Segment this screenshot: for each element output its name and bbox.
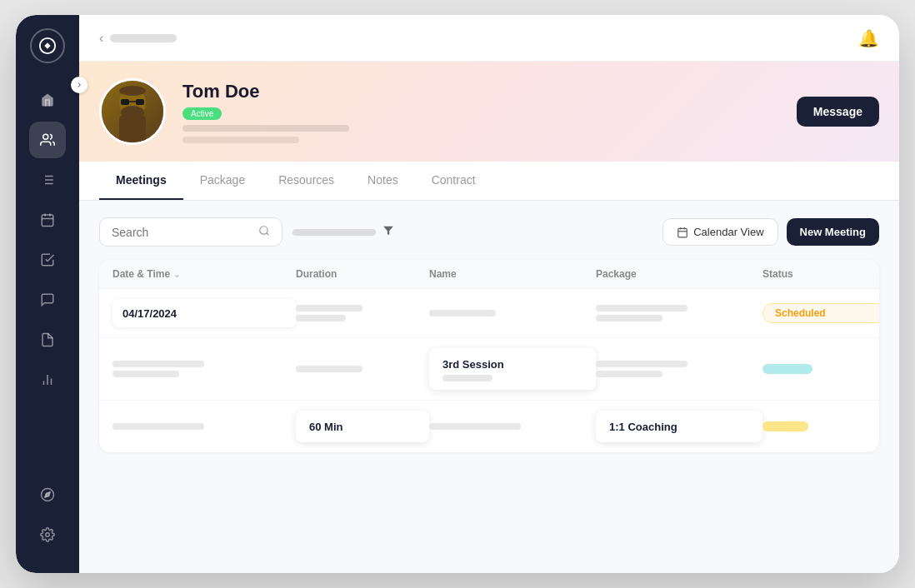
svg-rect-8 xyxy=(42,215,53,227)
message-button[interactable]: Message xyxy=(797,97,879,127)
filter-icon[interactable] xyxy=(382,225,394,240)
svg-rect-27 xyxy=(678,228,688,237)
cell-datetime-2 xyxy=(112,361,296,377)
tab-notes[interactable]: Notes xyxy=(351,162,415,200)
search-input[interactable] xyxy=(112,226,252,239)
profile-header: Tom Doe Active Message xyxy=(79,62,899,162)
profile-info: Tom Doe Active xyxy=(182,81,780,143)
package-value-3: 1:1 Coaching xyxy=(609,421,678,433)
svg-point-24 xyxy=(119,86,146,96)
package-placeholder-2b xyxy=(596,371,662,377)
package-placeholder-1b xyxy=(596,315,662,321)
status-badge-1: Scheduled xyxy=(762,303,879,323)
datetime-placeholder-2 xyxy=(112,361,204,367)
cell-status-3 xyxy=(762,421,879,431)
main-content: ‹ 🔔 xyxy=(79,15,899,573)
sidebar-item-calendar[interactable] xyxy=(29,202,66,238)
meetings-table: Date & Time ⌄ Duration Name Package Stat… xyxy=(99,260,879,452)
search-box[interactable] xyxy=(99,217,282,247)
th-status: Status xyxy=(762,268,879,280)
cell-name-3 xyxy=(429,423,596,430)
new-meeting-button[interactable]: New Meeting xyxy=(787,218,879,246)
topbar-left: ‹ xyxy=(99,31,177,46)
calendar-view-button[interactable]: Calendar View xyxy=(662,218,778,246)
package-placeholder-2 xyxy=(596,361,688,367)
cell-datetime-3 xyxy=(112,423,296,430)
sidebar-item-files[interactable] xyxy=(29,321,66,358)
profile-actions: Message xyxy=(797,97,879,127)
svg-rect-19 xyxy=(119,116,146,142)
notification-icon[interactable]: 🔔 xyxy=(858,28,879,48)
th-package: Package xyxy=(596,268,762,280)
cell-duration-1 xyxy=(296,305,429,321)
sidebar-item-reports[interactable] xyxy=(29,361,66,398)
tab-package[interactable]: Package xyxy=(183,162,262,200)
table-row: 60 Min 1:1 Coaching ⋮ xyxy=(99,401,879,452)
cell-datetime-1: 04/17/2024 xyxy=(112,299,296,327)
calendar-view-label: Calendar View xyxy=(693,226,763,238)
sort-icon-datetime[interactable]: ⌄ xyxy=(173,270,180,279)
duration-placeholder-2 xyxy=(296,366,362,372)
sidebar-toggle-button[interactable] xyxy=(71,77,88,93)
name-placeholder-3 xyxy=(429,423,521,430)
sidebar-logo[interactable] xyxy=(30,28,65,63)
sidebar-item-settings[interactable] xyxy=(29,516,66,553)
cell-package-2 xyxy=(596,361,762,377)
sidebar-item-sessions[interactable] xyxy=(29,162,66,198)
filter-line xyxy=(292,229,376,236)
topbar-right: 🔔 xyxy=(858,28,879,48)
tab-resources[interactable]: Resources xyxy=(262,162,351,200)
sidebar-item-home[interactable] xyxy=(29,82,66,118)
avatar-image xyxy=(102,81,163,142)
toolbar-right: Calendar View New Meeting xyxy=(662,218,879,246)
sidebar xyxy=(16,15,79,573)
sidebar-item-clients[interactable] xyxy=(29,122,66,158)
sidebar-item-messages[interactable] xyxy=(29,282,66,318)
table-row: 3rd Session ⋮ xyxy=(99,338,879,401)
back-button[interactable]: ‹ xyxy=(99,31,103,46)
calendar-icon xyxy=(677,227,688,238)
cell-package-1 xyxy=(596,305,762,321)
svg-marker-16 xyxy=(45,492,50,497)
datetime-placeholder-3 xyxy=(112,423,204,430)
topbar: ‹ 🔔 xyxy=(79,15,899,62)
svg-point-25 xyxy=(260,227,268,234)
cell-duration-2 xyxy=(296,366,429,372)
content-area: Calendar View New Meeting Date & Time ⌄ … xyxy=(79,201,899,573)
status-badge-2 xyxy=(762,364,812,374)
name-sub-2 xyxy=(442,375,492,381)
avatar-silhouette xyxy=(108,84,158,142)
table-header: Date & Time ⌄ Duration Name Package Stat… xyxy=(99,260,879,289)
sidebar-item-tasks[interactable] xyxy=(29,242,66,278)
svg-rect-20 xyxy=(121,99,129,105)
profile-status-badge: Active xyxy=(182,107,222,120)
svg-point-1 xyxy=(43,134,48,139)
cell-name-1 xyxy=(429,310,596,316)
search-icon xyxy=(258,225,270,239)
th-datetime: Date & Time ⌄ xyxy=(112,268,296,280)
svg-line-26 xyxy=(267,233,269,236)
th-duration: Duration xyxy=(296,268,429,280)
tab-bar: Meetings Package Resources Notes Contrac… xyxy=(79,162,899,201)
toolbar: Calendar View New Meeting xyxy=(99,217,879,247)
th-name: Name xyxy=(429,268,596,280)
svg-point-17 xyxy=(46,533,50,537)
sidebar-nav xyxy=(29,82,66,471)
svg-point-23 xyxy=(121,106,144,119)
profile-meta-line1 xyxy=(182,125,349,132)
logo-icon xyxy=(38,37,57,55)
datetime-value-1: 04/17/2024 xyxy=(122,307,177,320)
datetime-placeholder-2b xyxy=(112,371,179,377)
tab-meetings[interactable]: Meetings xyxy=(99,162,183,200)
cell-package-3: 1:1 Coaching xyxy=(596,411,762,442)
sidebar-item-discover[interactable] xyxy=(29,476,66,513)
duration-placeholder-1 xyxy=(296,305,362,311)
profile-name: Tom Doe xyxy=(182,81,780,102)
cell-name-2: 3rd Session xyxy=(429,348,596,390)
tab-contract[interactable]: Contract xyxy=(415,162,492,200)
profile-meta-line2 xyxy=(182,137,299,143)
name-placeholder-1 xyxy=(429,310,496,316)
cell-duration-3: 60 Min xyxy=(296,411,429,442)
duration-value-3: 60 Min xyxy=(309,421,342,433)
package-placeholder-1 xyxy=(596,305,688,311)
